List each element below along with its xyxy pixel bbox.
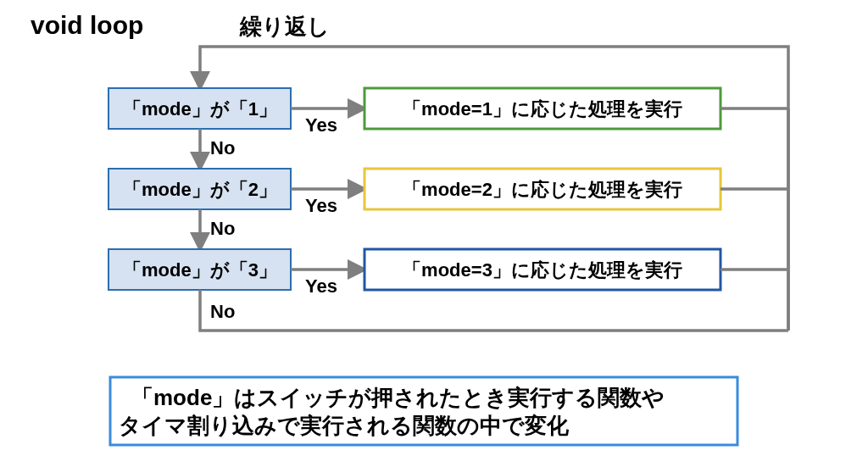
action-text-1: 「mode=1」に応じた処理を実行 <box>403 98 682 120</box>
condition-text-3: 「mode」が「3」 <box>123 259 277 281</box>
note-line-1: 「mode」はスイッチが押されたとき実行する関数や <box>131 385 665 410</box>
no-label-2: No <box>210 218 235 239</box>
yes-label-2: Yes <box>305 195 337 216</box>
page-title: void loop <box>31 11 143 39</box>
yes-label-1: Yes <box>305 114 337 136</box>
no-label-1: No <box>210 137 235 158</box>
note-line-2: タイマ割り込みで実行される関数の中で変化 <box>119 413 570 438</box>
action-text-3: 「mode=3」に応じた処理を実行 <box>403 259 682 281</box>
no-label-3: No <box>210 301 235 322</box>
condition-text-1: 「mode」が「1」 <box>123 98 277 120</box>
yes-label-3: Yes <box>305 275 337 297</box>
condition-text-2: 「mode」が「2」 <box>123 179 277 200</box>
action-text-2: 「mode=2」に応じた処理を実行 <box>403 179 682 200</box>
loop-label: 繰り返し <box>239 14 330 39</box>
